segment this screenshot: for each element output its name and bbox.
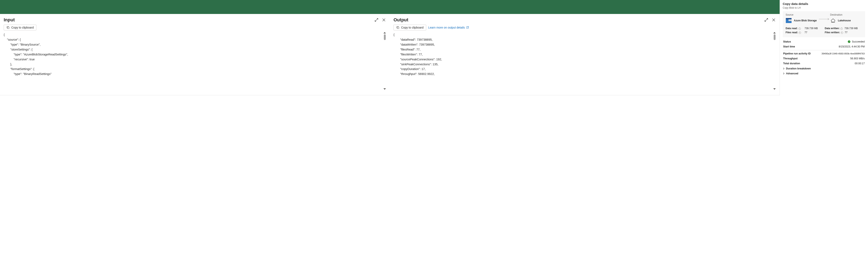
input-panel-title: Input [4, 17, 15, 23]
svg-rect-5 [786, 19, 788, 21]
start-time-row: Start time 8/15/2023, 4:44:30 PM [783, 44, 865, 50]
activity-id-label: Pipeline run activity ID [783, 52, 811, 55]
input-toolbar: Copy to clipboard [4, 25, 386, 30]
close-icon[interactable] [771, 18, 776, 22]
data-written-value: 739.739 MB [844, 27, 858, 30]
data-read-row: Data read: 739.739 MB [785, 27, 823, 30]
output-json-container: { "dataRead": 739738895, "dataWritten": … [394, 32, 776, 93]
source-destination-card: Source Azure Blob Storage [783, 11, 865, 37]
chevron-right-icon [783, 68, 785, 70]
copy-details-pane: Copy data details Copy Blob to LH Source [780, 0, 868, 95]
destination-heading: Destination [830, 13, 842, 16]
info-icon[interactable] [840, 28, 843, 30]
destination-name: Lakehouse [838, 19, 851, 22]
arrow-right-icon [819, 18, 829, 20]
scroll-thumb[interactable] [384, 34, 386, 40]
expand-icon[interactable] [764, 18, 769, 22]
destination-stats: Data written: 739.739 MB Files written: … [825, 27, 863, 34]
info-icon[interactable] [799, 32, 801, 34]
data-written-row: Data written: 739.739 MB [825, 27, 863, 30]
input-scrollbar[interactable] [384, 32, 386, 90]
status-label: Status [783, 40, 791, 43]
app-root: Input Copy to clipboard [0, 0, 868, 95]
throughput-value: 56.903 MB/s [850, 57, 865, 60]
duration-breakdown-expander[interactable]: Duration breakdown [783, 66, 865, 71]
data-read-value: 739.739 MB [805, 27, 818, 30]
card-stats-row: Data read: 739.739 MB Files read: 77 Dat… [785, 27, 862, 34]
output-json-text[interactable]: { "dataRead": 739738895, "dataWritten": … [394, 32, 776, 93]
chevron-right-icon [783, 72, 785, 74]
details-subtitle: Copy Blob to LH [783, 6, 865, 9]
flow-header-row: Source Azure Blob Storage [785, 13, 862, 23]
duration-breakdown-label: Duration breakdown [786, 67, 811, 70]
advanced-expander[interactable]: Advanced [783, 71, 865, 76]
source-column: Source Azure Blob Storage [785, 13, 818, 23]
info-icon[interactable] [799, 28, 801, 30]
left-area: Input Copy to clipboard [0, 0, 780, 95]
files-written-value: 77 [845, 31, 847, 34]
files-read-row: Files read: 77 [785, 31, 823, 34]
scroll-thumb[interactable] [774, 34, 776, 40]
svg-rect-1 [397, 27, 399, 29]
input-header-controls [374, 18, 386, 22]
input-panel: Input Copy to clipboard [0, 14, 390, 95]
total-duration-value: 00:00:17 [855, 62, 865, 65]
files-written-row: Files written: 77 [825, 31, 863, 34]
source-heading: Source [785, 13, 794, 16]
learn-more-label: Learn more on output details [428, 26, 465, 29]
copy-button-label: Copy to clipboard [11, 26, 34, 29]
top-green-bar [0, 0, 780, 14]
expand-icon[interactable] [374, 18, 379, 22]
success-check-icon [848, 40, 850, 43]
details-kv-block: Status Succeeded Start time 8/15/2023, 4… [783, 39, 865, 76]
output-panel-title: Output [394, 17, 408, 23]
external-link-icon [466, 26, 469, 29]
details-title: Copy data details [783, 2, 865, 5]
throughput-row: Throughput 56.903 MB/s [783, 56, 865, 61]
azure-blob-storage-icon [785, 18, 792, 23]
svg-rect-0 [7, 27, 9, 29]
status-value: Succeeded [852, 40, 865, 43]
svg-rect-7 [786, 21, 792, 23]
scroll-down-icon[interactable] [383, 88, 386, 90]
start-time-value: 8/15/2023, 4:44:30 PM [839, 45, 865, 48]
copy-to-clipboard-button[interactable]: Copy to clipboard [4, 25, 36, 30]
input-json-text[interactable]: { "source": { "type": "BinarySource", "s… [4, 32, 386, 93]
svg-point-8 [848, 40, 850, 43]
source-name: Azure Blob Storage [794, 19, 817, 22]
copy-icon [6, 26, 10, 29]
copy-button-label: Copy to clipboard [401, 26, 424, 29]
throughput-label: Throughput [783, 57, 798, 60]
source-stats: Data read: 739.739 MB Files read: 77 [785, 27, 823, 34]
output-toolbar: Copy to clipboard Learn more on output d… [394, 25, 776, 30]
files-read-value: 77 [805, 31, 807, 34]
data-written-label: Data written: [825, 27, 840, 30]
output-header-controls [764, 18, 776, 22]
flow-arrow [818, 18, 830, 20]
destination-column: Destination Lakehouse [830, 13, 863, 23]
total-duration-label: Total duration [783, 62, 800, 65]
total-duration-row: Total duration 00:00:17 [783, 61, 865, 66]
files-read-label: Files read: [785, 31, 798, 34]
output-scrollbar[interactable] [773, 32, 776, 90]
files-written-label: Files written: [825, 31, 840, 34]
lakehouse-icon [830, 18, 836, 23]
scroll-down-icon[interactable] [773, 88, 776, 90]
info-icon[interactable] [841, 32, 843, 34]
output-panel: Output Copy to clipboard [390, 14, 780, 95]
scroll-up-icon[interactable] [383, 32, 386, 33]
advanced-label: Advanced [786, 72, 798, 75]
svg-rect-6 [788, 19, 792, 21]
copy-icon [396, 26, 400, 29]
io-panels-row: Input Copy to clipboard [0, 14, 780, 95]
data-read-label: Data read: [785, 27, 798, 30]
input-panel-header: Input [4, 17, 386, 23]
source-badge: Azure Blob Storage [785, 18, 817, 23]
status-row: Status Succeeded [783, 39, 865, 44]
scroll-up-icon[interactable] [773, 32, 776, 33]
learn-more-link[interactable]: Learn more on output details [428, 26, 469, 29]
copy-to-clipboard-button[interactable]: Copy to clipboard [394, 25, 426, 30]
close-icon[interactable] [381, 18, 386, 22]
svg-rect-4 [786, 18, 792, 20]
input-json-container: { "source": { "type": "BinarySource", "s… [4, 32, 386, 93]
